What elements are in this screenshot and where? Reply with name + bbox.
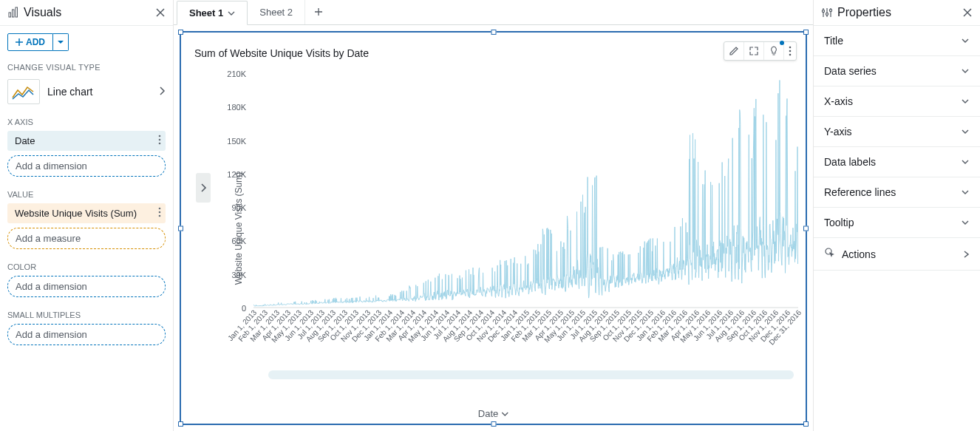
xaxis-field-menu[interactable] (158, 135, 161, 147)
lightbulb-icon (769, 46, 779, 56)
chevron-down-icon (961, 98, 970, 105)
resize-handle-s[interactable] (491, 421, 496, 427)
close-properties-panel[interactable] (962, 7, 973, 18)
tab-sheet1[interactable]: Sheet 1 (177, 1, 248, 25)
plus-icon (16, 38, 23, 46)
add-sheet-button[interactable] (305, 6, 332, 19)
chevron-right-icon (962, 249, 970, 259)
property-item-label: Actions (842, 248, 962, 260)
resize-handle-e[interactable] (803, 225, 809, 231)
chevron-down-icon (961, 158, 970, 166)
chart-plot-area: 030K60K90K120K150K180K210K Jan 1, 2013Fe… (217, 71, 801, 397)
add-visual-dropdown[interactable] (53, 33, 69, 51)
pencil-icon (729, 46, 739, 56)
sheet-tabs: Sheet 1 Sheet 2 (174, 0, 813, 25)
svg-point-5 (159, 143, 161, 145)
svg-rect-2 (16, 7, 18, 17)
tab-sheet2[interactable]: Sheet 2 (248, 0, 305, 24)
bar-chart-icon (7, 7, 19, 18)
data-series-line (253, 80, 798, 306)
close-icon (155, 7, 166, 18)
y-tick-label: 210K (227, 69, 246, 78)
chart-toolbar (724, 41, 797, 61)
property-title[interactable]: Title (814, 26, 980, 56)
chevron-right-icon (158, 86, 166, 98)
chart-scrollbar[interactable] (268, 370, 794, 379)
svg-point-10 (789, 50, 792, 52)
property-data-series[interactable]: Data series (814, 56, 980, 86)
y-tick-label: 60K (231, 237, 246, 245)
chart-nav-left[interactable] (196, 173, 211, 203)
notification-dot (780, 41, 784, 45)
chevron-down-icon (961, 37, 970, 44)
resize-handle-nw[interactable] (178, 30, 183, 35)
property-item-label: Title (824, 35, 961, 47)
y-tick-label: 90K (231, 203, 246, 212)
y-tick-label: 120K (227, 170, 246, 179)
svg-point-16 (826, 13, 828, 15)
property-y-axis[interactable]: Y-axis (814, 117, 980, 147)
value-field-menu[interactable] (158, 207, 161, 220)
expand-chart-button[interactable] (744, 42, 764, 60)
chevron-down-icon (961, 67, 970, 75)
svg-point-14 (822, 10, 824, 12)
svg-rect-0 (9, 13, 11, 17)
visual-frame[interactable]: Sum of Website Unique Visits by Date (180, 31, 807, 425)
x-axis-ticks: Jan 1, 2013Feb 1, 2013Mar 1, 2013Apr 1, … (253, 308, 798, 364)
sliders-icon (821, 7, 833, 18)
y-tick-label: 30K (231, 271, 246, 279)
xaxis-section-label: X AXIS (7, 118, 166, 126)
close-icon (962, 7, 973, 18)
resize-handle-w[interactable] (178, 225, 183, 231)
resize-handle-sw[interactable] (178, 421, 183, 427)
svg-point-3 (159, 135, 161, 138)
property-reference-lines[interactable]: Reference lines (814, 177, 980, 208)
property-item-label: X-axis (824, 95, 961, 107)
property-x-axis[interactable]: X-axis (814, 86, 980, 117)
property-item-label: Data labels (824, 156, 961, 168)
visual-type-selector[interactable]: Line chart (0, 76, 173, 115)
resize-handle-n[interactable] (491, 30, 496, 35)
small-multiples-add-dimension[interactable]: Add a dimension (7, 324, 166, 345)
property-actions[interactable]: Actions (814, 238, 980, 271)
chevron-down-icon (961, 219, 970, 226)
close-visuals-panel[interactable] (155, 7, 166, 18)
plus-icon (314, 7, 323, 16)
property-item-label: Y-axis (824, 126, 961, 138)
xaxis-add-dimension[interactable]: Add a dimension (7, 155, 166, 177)
x-axis-label[interactable]: Date (478, 408, 508, 419)
line-chart-thumb-icon (7, 79, 40, 104)
resize-handle-se[interactable] (803, 421, 809, 427)
color-section-label: COLOR (7, 262, 166, 271)
property-data-labels[interactable]: Data labels (814, 147, 980, 177)
value-field-name: Website Unique Visits (Sum) (15, 208, 137, 219)
svg-point-18 (829, 9, 831, 11)
chevron-right-icon (200, 183, 207, 193)
tab-label: Sheet 2 (259, 7, 293, 18)
svg-point-7 (159, 211, 161, 214)
properties-panel: Properties TitleData seriesX-axisY-axisD… (813, 0, 980, 431)
svg-rect-1 (13, 10, 15, 17)
chart-more-menu[interactable] (784, 42, 796, 60)
svg-point-11 (789, 54, 792, 56)
dots-vertical-icon (158, 135, 161, 145)
edit-chart-button[interactable] (724, 42, 744, 60)
insights-button[interactable] (764, 42, 784, 60)
chart-title: Sum of Website Unique Visits by Date (181, 33, 806, 59)
value-field-pill[interactable]: Website Unique Visits (Sum) (7, 203, 166, 223)
svg-point-9 (789, 47, 792, 49)
y-tick-label: 150K (227, 137, 246, 146)
canvas-area: Sheet 1 Sheet 2 Sum of Website Unique Vi (174, 0, 813, 431)
property-tooltip[interactable]: Tooltip (814, 208, 980, 238)
add-visual-button[interactable]: ADD (7, 33, 53, 51)
xaxis-field-pill[interactable]: Date (7, 131, 166, 151)
xaxis-field-name: Date (15, 135, 35, 146)
y-tick-label: 180K (227, 103, 246, 112)
value-add-measure[interactable]: Add a measure (7, 228, 166, 249)
cursor-click-icon (824, 247, 836, 261)
resize-handle-ne[interactable] (803, 30, 809, 35)
color-add-dimension[interactable]: Add a dimension (7, 276, 166, 297)
tab-label: Sheet 1 (189, 7, 223, 18)
chevron-down-icon (228, 10, 235, 17)
chevron-down-icon (501, 410, 508, 418)
